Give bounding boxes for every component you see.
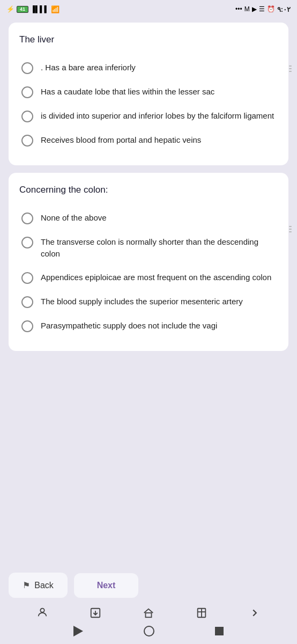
content-area: The liver . Has a bare area inferiorly H…: [0, 17, 297, 567]
android-nav-bottom-row: [0, 625, 297, 640]
question-1-card: The liver . Has a bare area inferiorly H…: [9, 23, 288, 165]
question-2-card: Concerning the colon: None of the above …: [9, 173, 288, 351]
next-label: Next: [97, 581, 116, 590]
nav-book-icon[interactable]: [196, 607, 207, 621]
status-left: ⚡ 41 ▐▌▌▌ 📶: [6, 5, 60, 13]
question-2-options: None of the above The transverse colon i…: [19, 206, 278, 338]
nav-back-square-icon[interactable]: [215, 627, 224, 638]
alarm-icon: ⏰: [267, 5, 275, 13]
scrollbar-hint-2: [289, 226, 292, 232]
back-label: Back: [34, 581, 54, 590]
nav-home-circle-icon[interactable]: [144, 626, 154, 639]
q1-option-1-text: . Has a bare area inferiorly: [41, 62, 276, 74]
android-nav-top-row: [0, 604, 297, 624]
q1-option-4-text: Receives blood from portal and hepatic v…: [41, 134, 276, 146]
question-1-title: The liver: [19, 34, 278, 45]
q1-radio-3[interactable]: [21, 111, 33, 122]
svg-rect-3: [145, 613, 151, 617]
q2-option-4[interactable]: The blood supply includes the superior m…: [19, 290, 278, 314]
bottom-nav-bar: ⚑ Back Next: [0, 567, 297, 601]
q2-option-2[interactable]: The transverse colon is normally shorter…: [19, 230, 278, 266]
q2-option-2-text: The transverse colon is normally shorter…: [41, 236, 276, 260]
android-nav: [0, 601, 297, 644]
wifi-icon: 📶: [51, 5, 60, 13]
q2-option-4-text: The blood supply includes the superior m…: [41, 296, 276, 308]
status-bar: ⚡ 41 ▐▌▌▌ 📶 ٩:٠٢ ⏰ ☰ ▶ M •••: [0, 0, 297, 17]
svg-point-0: [41, 609, 44, 612]
q1-radio-1[interactable]: [21, 62, 33, 74]
menu-icon: ☰: [259, 5, 265, 13]
q2-option-5[interactable]: Parasympathetic supply does not include …: [19, 314, 278, 338]
lightning-icon: ⚡: [6, 5, 14, 13]
q1-option-1[interactable]: . Has a bare area inferiorly: [19, 56, 278, 80]
question-1-options: . Has a bare area inferiorly Has a cauda…: [19, 56, 278, 152]
back-flag-icon: ⚑: [23, 580, 30, 590]
q2-radio-4[interactable]: [21, 296, 33, 308]
scrollbar-hint-1: [289, 65, 292, 72]
q2-option-1[interactable]: None of the above: [19, 206, 278, 230]
q2-radio-1[interactable]: [21, 213, 33, 224]
nav-home-icon[interactable]: [143, 607, 154, 621]
q2-option-5-text: Parasympathetic supply does not include …: [41, 320, 276, 332]
q1-radio-2[interactable]: [21, 86, 33, 98]
question-2-wrapper: Concerning the colon: None of the above …: [9, 173, 288, 351]
q2-option-3[interactable]: Appendices epiploicae are most frequent …: [19, 266, 278, 290]
q2-radio-2[interactable]: [21, 237, 33, 248]
q1-option-2-text: Has a caudate lobe that lies within the …: [41, 86, 276, 98]
q1-option-2[interactable]: Has a caudate lobe that lies within the …: [19, 80, 278, 104]
q2-radio-3[interactable]: [21, 272, 33, 284]
q2-option-1-text: None of the above: [41, 212, 276, 224]
nav-play-icon[interactable]: [73, 626, 83, 639]
status-right: ٩:٠٢ ⏰ ☰ ▶ M •••: [235, 5, 291, 13]
question-2-title: Concerning the colon:: [19, 185, 278, 195]
time-display: ٩:٠٢: [277, 5, 291, 13]
q1-option-3-text: is divided into superior and inferior lo…: [41, 110, 276, 122]
question-1-wrapper: The liver . Has a bare area inferiorly H…: [9, 23, 288, 165]
q1-radio-4[interactable]: [21, 135, 33, 147]
mail-icon: M: [244, 5, 250, 13]
q2-radio-5[interactable]: [21, 320, 33, 332]
back-button[interactable]: ⚑ Back: [9, 573, 68, 598]
youtube-icon: ▶: [252, 5, 257, 13]
nav-person-icon[interactable]: [36, 606, 48, 621]
next-button[interactable]: Next: [74, 573, 138, 598]
nav-chevron-right-icon[interactable]: [249, 607, 261, 621]
dots-icon: •••: [235, 5, 242, 13]
battery-icon: 41: [17, 6, 28, 13]
q1-option-4[interactable]: Receives blood from portal and hepatic v…: [19, 128, 278, 152]
nav-download-icon[interactable]: [90, 607, 101, 621]
q1-option-3[interactable]: is divided into superior and inferior lo…: [19, 104, 278, 128]
signal-icon: ▐▌▌▌: [31, 5, 49, 13]
q2-option-3-text: Appendices epiploicae are most frequent …: [41, 272, 276, 283]
